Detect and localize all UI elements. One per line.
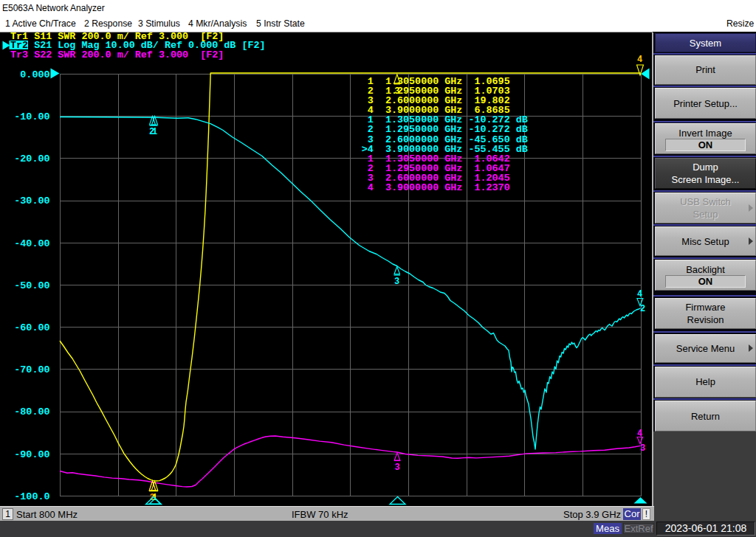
svg-text:-20.00: -20.00: [14, 153, 49, 164]
svg-text:-30.00: -30.00: [14, 195, 49, 207]
svg-text:3: 3: [394, 86, 399, 97]
svg-text:Tr3 S22 SWR 200.0 m/ Ref 3.000: Tr3 S22 SWR 200.0 m/ Ref 3.000 [F2]: [10, 49, 224, 60]
svg-text:3: 3: [394, 462, 399, 473]
svg-text:4 3.9000000 GHz 1.2370: 4 3.9000000 GHz 1.2370: [362, 182, 510, 193]
svg-text:-50.00: -50.00: [14, 280, 49, 291]
svg-text:3: 3: [640, 443, 645, 454]
svg-text:4: 4: [637, 55, 642, 65]
svg-text:4: 4: [637, 289, 642, 299]
svg-text:1: 1: [152, 127, 157, 137]
svg-text:-100.0: -100.0: [14, 491, 49, 502]
svg-text:-90.00: -90.00: [14, 449, 49, 460]
svg-text:0.000: 0.000: [20, 69, 49, 80]
svg-text:-80.00: -80.00: [14, 406, 49, 418]
svg-text:-10.00: -10.00: [14, 111, 49, 122]
svg-text:3: 3: [394, 277, 399, 287]
svg-text:-60.00: -60.00: [14, 322, 49, 333]
svg-text:2: 2: [640, 304, 645, 314]
svg-text:-40.00: -40.00: [14, 238, 49, 249]
svg-text:-70.00: -70.00: [14, 364, 49, 375]
